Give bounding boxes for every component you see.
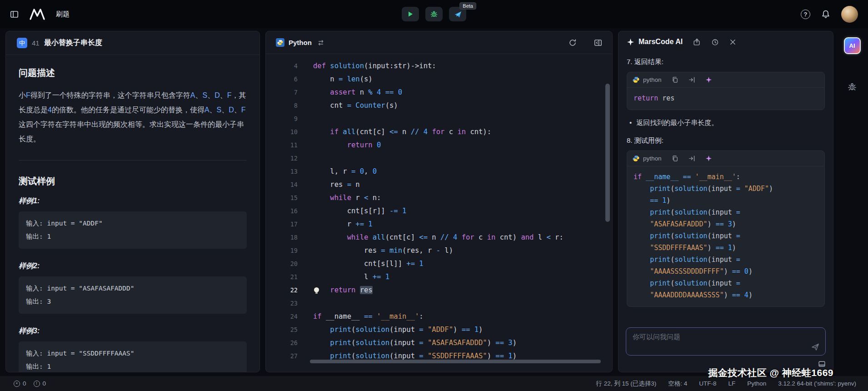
ai-code-line: if __name__ == '__main__': — [634, 171, 818, 183]
sample-case-2: 样例2: 输入: input = "ASAFASAFADDD" 输出: 3 — [19, 261, 247, 314]
line-number[interactable]: 13 — [266, 165, 298, 178]
app-title: 刷题 — [56, 10, 70, 19]
code-line[interactable]: 20 cnt[s[l]] += 1 — [266, 257, 612, 271]
code-line[interactable]: 12 — [266, 152, 612, 165]
code-line[interactable]: 15 while r < n: — [266, 191, 612, 205]
code-line[interactable]: 6 n = len(s) — [266, 73, 612, 86]
line-number[interactable]: 14 — [266, 178, 298, 191]
line-number[interactable]: 11 — [266, 139, 298, 152]
code-line[interactable]: 8 cnt = Counter(s) — [266, 99, 612, 112]
code-line[interactable]: 14 res = n — [266, 178, 612, 191]
code-line[interactable]: 26 print(solution(input = "ASAFASAFADDD"… — [266, 336, 612, 350]
vertical-scrollbar[interactable] — [605, 84, 610, 222]
sample-label: 样例2: — [19, 261, 247, 271]
problem-description: 小F得到了一个特殊的字符串，这个字符串只包含字符A、S、D、F，其长度总是4的倍… — [19, 88, 247, 146]
help-icon[interactable]: ? — [801, 10, 810, 19]
line-number[interactable]: 17 — [266, 218, 298, 231]
line-number[interactable]: 6 — [266, 73, 298, 86]
copy-icon[interactable] — [672, 76, 678, 83]
send-icon[interactable] — [811, 343, 819, 351]
python-interpreter[interactable]: 3.12.2 64-bit ('shims': pyenv) — [778, 380, 856, 387]
line-number[interactable]: 23 — [266, 297, 298, 310]
code-line[interactable]: 7 assert n % 4 == 0 — [266, 86, 612, 99]
split-editor-icon[interactable] — [594, 39, 602, 47]
ai-code-line: print(solution(input = — [634, 230, 818, 242]
eol-setting[interactable]: LF — [728, 380, 735, 387]
problems-errors[interactable]: × 0 — [14, 380, 26, 387]
horizontal-scrollbar[interactable] — [310, 360, 601, 363]
user-avatar[interactable] — [841, 6, 858, 23]
paper-plane-icon — [454, 10, 462, 18]
history-icon[interactable] — [711, 38, 719, 46]
code-line[interactable]: 23 — [266, 297, 612, 310]
line-number[interactable]: 27 — [266, 350, 298, 363]
code-line[interactable]: 11 return 0 — [266, 139, 612, 152]
reset-code-icon[interactable] — [569, 39, 577, 47]
sample-case-3: 样例3: 输入: input = "SSDDFFFFAAAS" 输出: 1 — [19, 326, 247, 372]
code-line[interactable]: 25 print(solution(input = "ADDF") == 1) — [266, 323, 612, 336]
insert-code-icon[interactable] — [688, 76, 695, 83]
code-line[interactable]: 21 l += 1 — [266, 271, 612, 284]
code-line[interactable]: 10 if all(cnt[c] <= n // 4 for c in cnt)… — [266, 125, 612, 139]
cursor-position[interactable]: 行 22, 列 15 (已选择3) — [596, 380, 656, 388]
encoding-setting[interactable]: UTF-8 — [699, 380, 716, 387]
line-number[interactable]: 24 — [266, 310, 298, 323]
line-number[interactable]: 16 — [266, 205, 298, 218]
line-number[interactable]: 20 — [266, 257, 298, 271]
editor-tab-bar: Python — [266, 31, 612, 54]
export-chat-icon[interactable] — [693, 38, 701, 46]
line-number[interactable]: 18 — [266, 231, 298, 244]
code-line[interactable]: 13 l, r = 0, 0 — [266, 165, 612, 178]
code-line[interactable]: 9 — [266, 112, 612, 125]
language-mode[interactable]: Python — [747, 380, 766, 387]
insert-code-icon[interactable] — [688, 155, 695, 162]
python-icon — [633, 76, 639, 83]
line-number[interactable]: 9 — [266, 112, 298, 125]
line-number[interactable]: 26 — [266, 336, 298, 350]
problems-warnings[interactable]: ! 0 — [34, 380, 46, 387]
code-card-lang: python — [643, 155, 662, 162]
line-number[interactable]: 8 — [266, 99, 298, 112]
code-line[interactable]: 4def solution(input:str)->int: — [266, 60, 612, 73]
close-icon[interactable] — [729, 39, 736, 45]
code-line[interactable]: 24if __name__ == '__main__': — [266, 310, 612, 323]
sample-output: 输出: 3 — [26, 295, 239, 308]
code-line[interactable]: 22 return res — [266, 284, 612, 297]
sample-io: 输入: input = "ADDF" 输出: 1 — [19, 211, 247, 249]
line-number[interactable]: 15 — [266, 191, 298, 205]
chat-input[interactable]: 你可以问我问题 — [626, 327, 826, 356]
ai-launcher-button[interactable]: AI — [844, 37, 861, 54]
line-number[interactable]: 21 — [266, 271, 298, 284]
ai-bullet-text: 返回找到的最小子串长度。 — [636, 117, 718, 128]
line-number[interactable]: 25 — [266, 323, 298, 336]
compare-arrows-icon[interactable] — [317, 39, 324, 46]
ai-section-result: 7. 返回结果: — [627, 58, 825, 66]
warning-icon: ! — [34, 381, 40, 387]
code-line[interactable]: 19 res = min(res, r - l) — [266, 244, 612, 257]
bug-report-icon[interactable] — [848, 82, 857, 91]
lightbulb-icon[interactable] — [314, 287, 319, 292]
desc-heading: 问题描述 — [19, 67, 247, 79]
debug-button[interactable] — [425, 7, 443, 21]
chat-placeholder: 你可以问我问题 — [633, 333, 680, 341]
line-number[interactable]: 7 — [266, 86, 298, 99]
run-button[interactable] — [402, 7, 419, 21]
ai-sparkle-icon[interactable] — [705, 76, 712, 83]
code-line[interactable]: 16 cnt[s[r]] -= 1 — [266, 205, 612, 218]
sample-io: 输入: input = "ASAFASAFADDD" 输出: 3 — [19, 276, 247, 314]
line-number[interactable]: 10 — [266, 125, 298, 139]
line-number[interactable]: 12 — [266, 152, 298, 165]
sidebar-toggle-icon[interactable] — [10, 10, 19, 19]
line-number[interactable]: 4 — [266, 60, 298, 73]
indentation-setting[interactable]: 空格: 4 — [668, 380, 687, 388]
ai-sparkle-icon[interactable] — [705, 155, 712, 162]
python-icon — [633, 155, 639, 162]
line-number[interactable]: 19 — [266, 244, 298, 257]
tab-python[interactable]: Python — [276, 38, 312, 47]
code-editor[interactable]: 4def solution(input:str)->int:6 n = len(… — [266, 54, 612, 372]
code-line[interactable]: 18 while all(cnt[c] <= n // 4 for c in c… — [266, 231, 612, 244]
copy-icon[interactable] — [672, 155, 678, 162]
code-line[interactable]: 17 r += 1 — [266, 218, 612, 231]
line-number[interactable]: 22 — [266, 284, 298, 297]
notifications-bell-icon[interactable] — [821, 10, 830, 19]
